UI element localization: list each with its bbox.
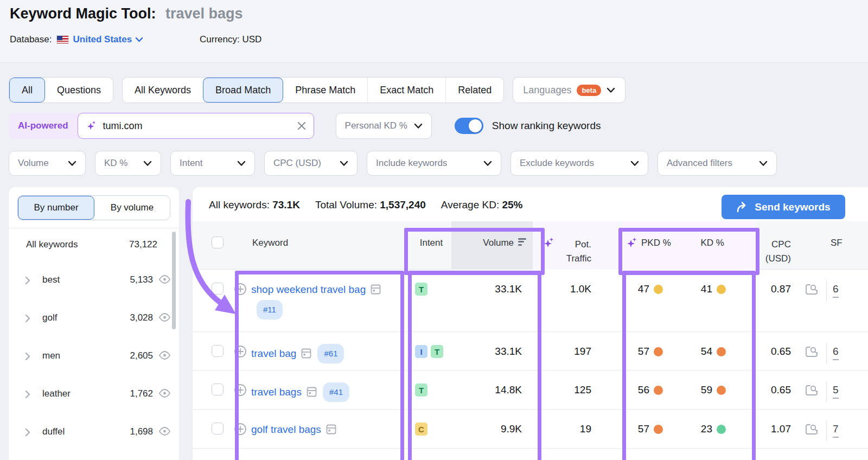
sidebar-item-men[interactable]: men 2,605 [9,338,179,376]
tab-broad-match[interactable]: Broad Match [203,78,283,103]
serp-preview-icon[interactable] [805,384,819,399]
kd-value: 23 [669,423,712,435]
plus-circle-icon[interactable] [234,283,247,298]
row-checkbox[interactable] [212,283,224,295]
select-all-checkbox[interactable] [212,237,224,248]
chevron-down-icon [143,160,152,167]
sidebar-sort-toggle: By number By volume [17,195,170,220]
plus-circle-icon[interactable] [234,345,247,360]
clear-search-icon[interactable] [297,122,306,130]
sf-value[interactable]: 6 [833,346,839,360]
serp-preview-icon[interactable] [805,423,819,438]
serp-preview-icon[interactable] [805,346,819,361]
eye-icon[interactable] [158,274,171,287]
sidebar-item-golf[interactable]: golf 3,028 [9,300,179,338]
column-header-pot-traffic[interactable]: Pot.Traffic [540,238,591,266]
stat-value: 1,537,240 [380,199,426,210]
serp-features-icon[interactable] [301,348,312,364]
column-header-intent[interactable]: Intent [412,238,450,248]
chevron-right-icon[interactable] [25,352,30,363]
intent-filter[interactable]: Intent [170,151,255,176]
group-label: leather [42,388,71,399]
serp-features-icon[interactable] [370,284,381,300]
sidebar-item-duffel[interactable]: duffel 1,698 [9,414,179,452]
cpc-filter-label: CPC (USD) [273,158,321,169]
tab-questions[interactable]: Questions [45,78,113,103]
pot-traffic-value: 125 [540,384,591,396]
tab-related[interactable]: Related [445,78,503,103]
column-header-kd[interactable]: KD % [693,238,724,248]
serp-preview-icon[interactable] [805,283,819,298]
cpc-filter[interactable]: CPC (USD) [264,151,358,176]
eye-icon[interactable] [158,350,171,363]
sf-value[interactable]: 7 [833,423,839,438]
include-keywords-filter[interactable]: Include keywords [367,151,501,176]
sf-value[interactable]: 6 [833,283,839,298]
serp-features-icon[interactable] [306,386,317,403]
row-checkbox[interactable] [212,345,224,357]
volume-filter[interactable]: Volume [9,151,86,176]
sidebar-scrollbar[interactable] [172,232,176,329]
pot-traffic-value: 1.0K [540,283,591,295]
kd-filter[interactable]: KD % [95,151,161,176]
pkd-value: 56 [606,384,649,396]
all-keywords-row[interactable]: All keywords 73,122 [9,229,179,260]
eye-icon[interactable] [158,426,171,439]
search-input[interactable]: tumi.com [78,113,314,139]
languages-dropdown[interactable]: Languages beta [513,77,626,103]
exclude-keywords-label: Exclude keywords [520,158,594,169]
sf-value[interactable]: 5 [833,384,839,399]
keyword-link[interactable]: travel bags [251,386,302,398]
chevron-right-icon[interactable] [25,314,30,325]
row-checkbox[interactable] [212,384,224,395]
by-number-button[interactable]: By number [18,196,94,220]
column-header-sf[interactable]: SF [831,238,843,248]
plus-circle-icon[interactable] [234,384,247,399]
sidebar-item-best[interactable]: best 5,133 [9,262,179,300]
group-count: 1,698 [130,426,153,437]
exclude-keywords-filter[interactable]: Exclude keywords [510,151,648,176]
cpc-value: 0.65 [746,384,791,396]
page-title: Keyword Magic Tool: travel bags [10,5,243,22]
serp-features-icon[interactable] [326,424,337,440]
keyword-link[interactable]: travel bag [251,348,296,359]
ranking-position-badge[interactable]: #61 [317,344,344,363]
keyword-link[interactable]: shop weekend travel bag [251,284,366,295]
eye-icon[interactable] [158,312,171,325]
column-header-cpc[interactable]: CPC(USD) [745,238,791,266]
table-row: travel bags#41 T 14.8K 125 56 59 0.65 5 [193,370,868,410]
database-value[interactable]: United States [73,34,132,45]
column-header-volume[interactable]: Volume [451,238,526,248]
ranking-position-badge[interactable]: #11 [257,300,283,320]
plus-circle-icon[interactable] [234,423,247,438]
chevron-right-icon[interactable] [25,428,30,439]
intent-badge[interactable]: C [415,423,427,436]
keyword-link[interactable]: golf travel bags [251,424,321,435]
send-keywords-button[interactable]: Send keywords [722,195,845,219]
eye-icon[interactable] [158,388,171,401]
tab-all-keywords[interactable]: All Keywords [123,78,203,103]
intent-badge[interactable]: I [415,345,427,358]
database-selector[interactable]: Database: United States [10,34,143,45]
by-volume-button[interactable]: By volume [94,196,170,220]
group-count: 1,762 [130,388,153,399]
toggle-knob [469,119,482,132]
keyword-groups-sidebar: By number By volume All keywords 73,122 … [9,187,179,460]
row-checkbox[interactable] [212,423,224,435]
personal-kd-dropdown[interactable]: Personal KD % [336,113,432,139]
show-ranking-keywords-toggle[interactable] [455,118,483,134]
ranking-position-badge[interactable]: #41 [323,382,349,402]
column-header-keyword[interactable]: Keyword [252,238,288,248]
advanced-filters[interactable]: Advanced filters [658,151,777,176]
tab-phrase-match[interactable]: Phrase Match [283,78,367,103]
chevron-right-icon[interactable] [25,390,30,401]
tab-exact-match[interactable]: Exact Match [367,78,445,103]
tab-all[interactable]: All [9,78,45,103]
search-input-value[interactable]: tumi.com [103,120,297,132]
group-label: golf [42,312,57,323]
intent-badge[interactable]: T [415,283,427,296]
chevron-right-icon[interactable] [25,276,30,287]
column-header-pkd[interactable]: PKD % [641,238,671,248]
intent-badge[interactable]: T [415,384,427,397]
sidebar-item-leather[interactable]: leather 1,762 [9,376,179,414]
